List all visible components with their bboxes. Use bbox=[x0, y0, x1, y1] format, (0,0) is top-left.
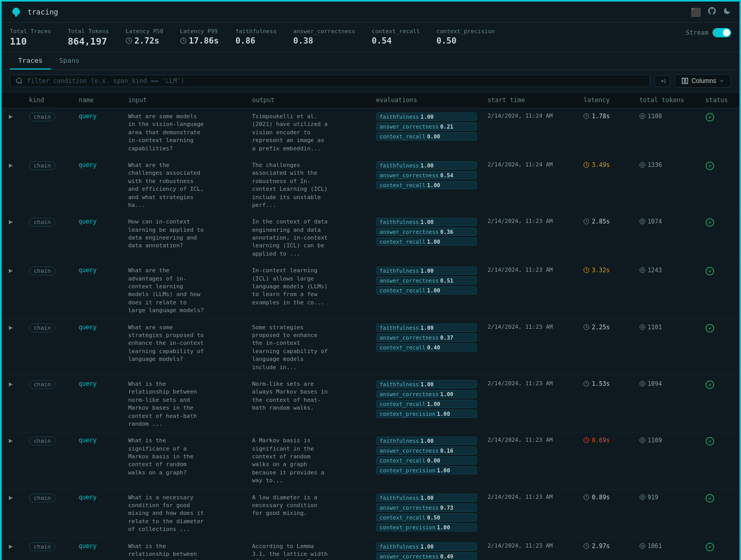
row-status-cell bbox=[700, 538, 739, 560]
row-input-text: What is the significance of a Markov bas… bbox=[128, 437, 206, 477]
row-expand-button[interactable]: ▶ bbox=[7, 325, 15, 330]
svg-point-32 bbox=[640, 438, 645, 443]
row-output-cell: A Markov basis is significant in the con… bbox=[247, 432, 371, 489]
row-name-link[interactable]: query bbox=[78, 380, 97, 387]
eval-badge-faithfulness: faithfulness 1.00 bbox=[376, 161, 477, 170]
svg-point-33 bbox=[641, 439, 643, 441]
row-output-text: In-context learning (ICL) allows large l… bbox=[252, 267, 330, 306]
row-name-link[interactable]: query bbox=[78, 218, 97, 225]
status-ok-icon bbox=[705, 382, 715, 391]
eval-badge-faithfulness: faithfulness 1.00 bbox=[376, 218, 477, 226]
row-output-text: Some strategies proposed to enhance the … bbox=[252, 324, 330, 371]
row-name-cell[interactable]: query bbox=[73, 319, 123, 375]
eval-badge-answer_correctness: answer_correctness 0.54 bbox=[376, 171, 477, 179]
row-expand-button[interactable]: ▶ bbox=[7, 268, 15, 273]
row-kind-cell: chain bbox=[24, 319, 74, 375]
table-row: ▶chainqueryWhat are some strategies prop… bbox=[2, 319, 739, 375]
filter-input-wrap bbox=[10, 75, 650, 87]
filter-input[interactable] bbox=[27, 77, 644, 85]
row-output-text: A low diameter is a necessary condition … bbox=[252, 494, 330, 517]
eval-badge-context_recall: context_recall 1.00 bbox=[376, 400, 477, 408]
eval-badge-context_precision: context_precision 1.00 bbox=[376, 466, 477, 474]
monitor-icon[interactable]: ⬛ bbox=[691, 7, 701, 17]
svg-point-12 bbox=[640, 162, 645, 167]
stream-toggle[interactable]: Stream bbox=[686, 28, 731, 37]
row-name-link[interactable]: query bbox=[78, 267, 97, 274]
row-eval-cell: faithfulness 1.00answer_correctness 0.36… bbox=[371, 214, 483, 262]
row-kind-cell: chain bbox=[24, 214, 74, 262]
eval-badge-faithfulness: faithfulness 1.00 bbox=[376, 113, 477, 121]
columns-button[interactable]: Columns bbox=[675, 74, 731, 88]
row-expand-button[interactable]: ▶ bbox=[7, 219, 15, 225]
row-expand-button[interactable]: ▶ bbox=[7, 381, 15, 387]
table-header-row: kind name input output evaluations start… bbox=[2, 92, 739, 108]
kind-badge: chain bbox=[29, 494, 56, 502]
row-start-time-cell: 2/14/2024, 11:23 AM bbox=[482, 538, 578, 560]
tokens-value: 1061 bbox=[639, 542, 695, 550]
row-expand-button[interactable]: ▶ bbox=[7, 114, 15, 119]
row-name-cell[interactable]: query bbox=[73, 489, 123, 538]
row-input-text: What is the relationship between norm-li… bbox=[128, 380, 206, 428]
row-expand-button[interactable]: ▶ bbox=[7, 162, 15, 168]
row-kind-cell: chain bbox=[24, 432, 74, 489]
row-name-cell[interactable]: query bbox=[73, 262, 123, 319]
row-name-cell[interactable]: query bbox=[73, 157, 123, 213]
row-output-cell: The challenges associated with the robus… bbox=[247, 157, 371, 213]
latency-value: 0.89s bbox=[583, 494, 628, 501]
row-expand-cell: ▶ bbox=[2, 108, 24, 157]
row-output-cell: Tsimpoukelli et al. (2021) have utilized… bbox=[247, 108, 371, 157]
row-expand-button[interactable]: ▶ bbox=[7, 495, 15, 500]
latency-value: 3.32s bbox=[583, 267, 628, 274]
kind-badge: chain bbox=[29, 267, 56, 275]
row-expand-button[interactable]: ▶ bbox=[7, 438, 15, 443]
github-icon[interactable] bbox=[707, 6, 717, 18]
eval-badge-context_recall: context_recall 1.00 bbox=[376, 237, 477, 246]
row-name-link[interactable]: query bbox=[78, 494, 97, 501]
row-kind-cell: chain bbox=[24, 157, 74, 213]
tokens-value: 1243 bbox=[639, 267, 695, 274]
eval-badge-answer_correctness: answer_correctness 0.51 bbox=[376, 276, 477, 285]
row-kind-cell: chain bbox=[24, 375, 74, 432]
row-eval-cell: faithfulness 1.00answer_correctness 0.21… bbox=[371, 108, 483, 157]
table-row: ▶chainqueryWhat are the advantages of in… bbox=[2, 262, 739, 319]
app-title: tracing bbox=[28, 8, 58, 16]
row-expand-cell: ▶ bbox=[2, 375, 24, 432]
row-tokens-cell: 1109 bbox=[634, 432, 700, 489]
row-latency-cell: 0.89s bbox=[578, 489, 634, 538]
row-name-cell[interactable]: query bbox=[73, 375, 123, 432]
stream-switch[interactable] bbox=[712, 28, 731, 37]
row-latency-cell: 3.32s bbox=[578, 262, 634, 319]
th-output: output bbox=[247, 92, 371, 108]
tab-spans[interactable]: Spans bbox=[51, 52, 88, 69]
row-input-cell: What is the significance of a Markov bas… bbox=[123, 432, 247, 489]
row-name-link[interactable]: query bbox=[78, 113, 97, 120]
th-status: status bbox=[700, 92, 739, 108]
tab-traces[interactable]: Traces bbox=[10, 52, 51, 69]
row-name-link[interactable]: query bbox=[78, 161, 97, 169]
row-latency-cell: 3.49s bbox=[578, 157, 634, 213]
row-input-cell: How can in-context learning be applied t… bbox=[123, 214, 247, 262]
stat-latency-p99: Latency P99 17.86s bbox=[180, 28, 219, 46]
row-name-link[interactable]: query bbox=[78, 542, 97, 550]
row-eval-cell: faithfulness 1.00answer_correctness 1.00… bbox=[371, 375, 483, 432]
row-output-text: The challenges associated with the robus… bbox=[252, 161, 330, 209]
kind-badge: chain bbox=[29, 324, 56, 332]
row-name-cell[interactable]: query bbox=[73, 108, 123, 157]
row-name-cell[interactable]: query bbox=[73, 214, 123, 262]
row-name-cell[interactable]: query bbox=[73, 432, 123, 489]
eval-badge-context_precision: context_precision 1.00 bbox=[376, 410, 477, 418]
filter-options-button[interactable] bbox=[654, 75, 670, 87]
eval-badge-context_recall: context_recall 0.40 bbox=[376, 343, 477, 352]
stat-answer-correctness: answer_correctness 0.38 bbox=[293, 28, 355, 46]
eval-badge-answer_correctness: answer_correctness 0.49 bbox=[376, 552, 477, 560]
th-input: input bbox=[123, 92, 247, 108]
row-name-link[interactable]: query bbox=[78, 324, 97, 331]
svg-line-3 bbox=[21, 82, 22, 84]
theme-icon[interactable] bbox=[723, 7, 731, 17]
svg-point-8 bbox=[640, 114, 645, 119]
row-name-cell[interactable]: query bbox=[73, 538, 123, 560]
row-name-link[interactable]: query bbox=[78, 437, 97, 444]
row-expand-button[interactable]: ▶ bbox=[7, 543, 15, 549]
row-eval-cell: faithfulness 1.00answer_correctness 0.73… bbox=[371, 489, 483, 538]
row-start-time-cell: 2/14/2024, 11:23 AM bbox=[482, 432, 578, 489]
